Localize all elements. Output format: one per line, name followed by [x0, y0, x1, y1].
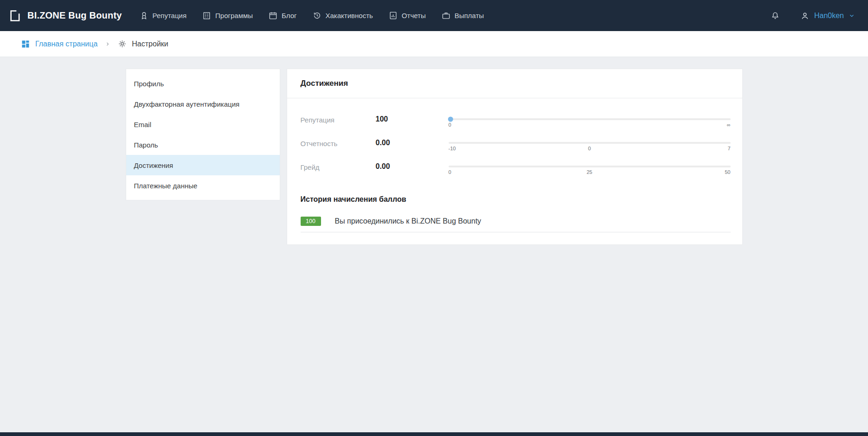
- sidebar-item-label: Платежные данные: [134, 182, 198, 190]
- metric-label: Грейд: [301, 162, 376, 171]
- reports-icon: [389, 11, 398, 20]
- sidebar-item-achievements[interactable]: Достижения: [126, 155, 280, 175]
- slider-track: [449, 166, 731, 167]
- metric-row-reputation: Репутация 100 0 ∞: [301, 115, 731, 129]
- main-content: Профиль Двухфакторная аутентификация Ema…: [0, 57, 868, 245]
- navbar-right: Han0ken: [771, 11, 855, 20]
- slider-ticks: 0 25 50: [449, 169, 731, 177]
- tick-min: 0: [449, 122, 451, 128]
- settings-nav: Профиль Двухфакторная аутентификация Ema…: [126, 69, 280, 200]
- breadcrumb: Главная страница Настройки: [0, 31, 868, 57]
- tick-mid: 25: [586, 169, 592, 175]
- blog-icon: [269, 11, 277, 20]
- programs-icon: [202, 11, 211, 20]
- settings-container: Профиль Двухфакторная аутентификация Ema…: [126, 69, 743, 245]
- brand-title: BI.ZONE Bug Bounty: [27, 10, 122, 21]
- nav-item-programs[interactable]: Программы: [202, 11, 253, 20]
- nav-item-activity[interactable]: Хакактивность: [313, 11, 373, 20]
- nav-item-reputation[interactable]: Репутация: [140, 11, 186, 20]
- dashboard-grid-icon: [21, 39, 30, 49]
- activity-icon: [313, 11, 321, 20]
- panel-title: Достижения: [301, 79, 348, 88]
- breadcrumb-home-link[interactable]: Главная страница: [21, 39, 97, 49]
- reputation-slider: 0 ∞: [449, 115, 731, 129]
- metric-value: 100: [376, 115, 449, 123]
- nav-item-label: Репутация: [153, 12, 186, 19]
- metric-label: Отчетность: [301, 139, 376, 147]
- sidebar-item-label: Email: [134, 121, 152, 128]
- slider-track: [449, 142, 731, 144]
- tick-max: ∞: [727, 122, 731, 128]
- sidebar-item-payment-data[interactable]: Платежные данные: [126, 175, 280, 196]
- metric-value: 0.00: [376, 162, 449, 171]
- sidebar-item-2fa[interactable]: Двухфакторная аутентификация: [126, 94, 280, 114]
- breadcrumb-current: Настройки: [118, 39, 168, 48]
- nav-item-label: Выплаты: [455, 12, 484, 19]
- nav-item-label: Хакактивность: [326, 12, 373, 19]
- sidebar-item-email[interactable]: Email: [126, 114, 280, 135]
- nav-item-reports[interactable]: Отчеты: [389, 11, 426, 20]
- sidebar-item-label: Профиль: [134, 80, 164, 88]
- breadcrumb-home-label: Главная страница: [35, 40, 97, 48]
- history-entry: 100 Вы присоединились к Bi.ZONE Bug Boun…: [301, 217, 731, 232]
- payouts-icon: [442, 11, 450, 20]
- slider-ticks: 0 ∞: [449, 122, 731, 129]
- page: BI.ZONE Bug Bounty Репутация Программы: [0, 0, 868, 436]
- brand[interactable]: BI.ZONE Bug Bounty: [9, 9, 122, 22]
- metric-label: Репутация: [301, 115, 376, 124]
- top-navbar: BI.ZONE Bug Bounty Репутация Программы: [0, 0, 868, 31]
- history-title: История начисления баллов: [301, 195, 731, 204]
- user-menu[interactable]: Han0ken: [800, 11, 855, 20]
- tick-mid: 0: [588, 146, 591, 151]
- metric-row-grade: Грейд 0.00 0 25 50: [301, 162, 731, 177]
- reputation-icon: [140, 11, 148, 20]
- slider-ticks: -10 0 7: [449, 146, 731, 153]
- history-entry-text: Вы присоединились к Bi.ZONE Bug Bounty: [335, 217, 482, 225]
- chevron-down-icon: [849, 13, 855, 19]
- nav-item-blog[interactable]: Блог: [269, 11, 296, 20]
- panel-header: Достижения: [287, 69, 742, 98]
- tick-min: 0: [449, 169, 451, 175]
- tick-max: 7: [727, 146, 730, 151]
- nav-item-label: Блог: [282, 12, 296, 19]
- sidebar-item-profile[interactable]: Профиль: [126, 73, 280, 94]
- footer-strip: [0, 432, 868, 436]
- username: Han0ken: [814, 12, 844, 20]
- reporting-slider: -10 0 7: [449, 139, 731, 153]
- notifications-bell-icon[interactable]: [771, 11, 780, 20]
- nav-item-payouts[interactable]: Выплаты: [442, 11, 484, 20]
- achievements-panel: Достижения Репутация 100 0: [287, 69, 743, 245]
- gear-icon: [118, 39, 127, 48]
- breadcrumb-current-label: Настройки: [132, 40, 168, 48]
- bizone-logo-icon: [9, 9, 22, 22]
- nav-item-label: Отчеты: [402, 12, 426, 19]
- slider-dot: [448, 117, 453, 122]
- tick-min: -10: [449, 146, 456, 151]
- sidebar-item-label: Пароль: [134, 141, 158, 149]
- sidebar-item-label: Двухфакторная аутентификация: [134, 100, 240, 108]
- slider-track: [449, 118, 731, 120]
- sidebar-item-label: Достижения: [134, 161, 174, 169]
- points-badge: 100: [301, 217, 321, 226]
- user-icon: [800, 11, 810, 20]
- main-nav: Репутация Программы Блог: [140, 11, 484, 20]
- tick-max: 50: [725, 169, 730, 175]
- metric-value: 0.00: [376, 139, 449, 147]
- points-history: История начисления баллов 100 Вы присоед…: [287, 186, 742, 232]
- metrics-list: Репутация 100 0 ∞: [287, 98, 742, 177]
- sidebar-item-password[interactable]: Пароль: [126, 135, 280, 155]
- grade-slider: 0 25 50: [449, 162, 731, 177]
- nav-item-label: Программы: [215, 12, 253, 19]
- metric-row-reporting: Отчетность 0.00 -10 0 7: [301, 139, 731, 153]
- breadcrumb-separator-icon: [105, 41, 110, 47]
